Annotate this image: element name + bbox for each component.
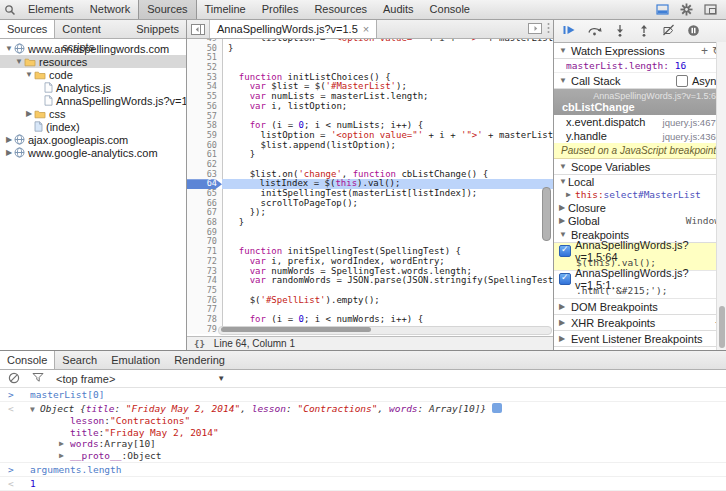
watch-expressions-header[interactable]: ▼ Watch Expressions + ↻ [554,43,726,59]
console-input-row[interactable]: >masterList[0] [0,388,726,402]
line-number-76[interactable]: 76 [187,296,223,306]
editor-horizontal-scrollbar[interactable] [218,326,552,335]
console-tab-search[interactable]: Search [55,351,104,369]
breakpoint-checkbox[interactable] [559,245,571,257]
console-tab-emulation[interactable]: Emulation [104,351,167,369]
tree-item-annaspellingwords-js-v-1-5[interactable]: AnnaSpellingWords.js?v=1.5 [0,94,186,107]
breakpoint-checkbox[interactable] [559,273,571,285]
tree-item-analytics-js[interactable]: Analytics.js [0,81,186,94]
tree-item-resources[interactable]: ▼resources [0,55,186,68]
line-number-70[interactable]: 70 [187,237,223,247]
line-number-67[interactable]: 67 [187,208,223,218]
chevron-down-icon[interactable]: ▼ [217,374,225,383]
main-tab-resources[interactable]: Resources [306,0,375,19]
object-preview[interactable]: ▼Object {title: "Friday May 2, 2014", le… [30,403,726,415]
object-property--proto-[interactable]: ▶__proto__: Object [30,450,726,462]
hide-navigator-icon[interactable] [187,20,210,38]
line-number-73[interactable]: 73 [187,267,223,277]
search-icon[interactable] [0,4,20,16]
tree-item-code[interactable]: ▼code [0,68,186,81]
scope-variables-header[interactable]: ▼ Scope Variables [554,159,726,175]
triangle-right-icon[interactable]: ▶ [24,107,34,120]
line-number-71[interactable]: 71 [187,247,223,257]
call-stack-frame-y-handle[interactable]: y.handlejquery.js:4360 [554,129,726,143]
line-number-72[interactable]: 72 [187,257,223,267]
call-stack-frame-x-event-dispatch[interactable]: x.event.dispatchjquery.js:4676 [554,115,726,129]
close-tab-icon[interactable]: × [363,23,369,35]
line-number-60[interactable]: 60 [187,141,223,151]
code-editor[interactable]: 49 listOption = '<option value="' + i + … [187,39,553,336]
line-number-50[interactable]: 50 [187,44,223,54]
editor-tab[interactable]: AnnaSpellingWords.js?v=1.5 × [210,20,377,38]
triangle-right-icon[interactable]: ▶ [4,133,14,146]
scope-group-global[interactable]: ▶GlobalWindow [554,214,726,227]
line-number-56[interactable]: 56 [187,102,223,112]
step-into-button[interactable] [614,24,626,39]
line-number-58[interactable]: 58 [187,121,223,131]
tree-item-www-annaspellingwords-com[interactable]: ▼www.annaspellingwords.com [0,42,186,55]
show-sidebar-icon[interactable] [528,23,542,36]
main-tab-network[interactable]: Network [82,0,138,19]
object-property-words[interactable]: ▶words: Array[10] [30,438,726,450]
navigator-tab-content-scripts[interactable]: Content scripts [55,20,129,38]
main-tab-audits[interactable]: Audits [375,0,422,19]
call-stack-header[interactable]: ▼ Call Stack Async [554,73,726,89]
resume-script-button[interactable] [562,24,575,38]
line-number-68[interactable]: 68 [187,218,223,228]
scope-group-closure[interactable]: ▶Closure [554,201,726,214]
line-number-62[interactable]: 62 [187,160,223,170]
line-number-54[interactable]: 54 [187,82,223,92]
console-tab-console[interactable]: Console [0,351,55,369]
pause-on-exceptions-button[interactable] [687,24,700,39]
line-number-52[interactable]: 52 [187,63,223,73]
line-number-65[interactable]: 65 [187,189,223,199]
panel-resizer-handle[interactable] [546,22,551,36]
add-watch-icon[interactable]: + [701,46,708,56]
scope-group-local[interactable]: ▼Local [554,175,726,188]
line-number-63[interactable]: 63 [187,170,223,180]
step-over-button[interactable] [587,24,602,38]
deactivate-breakpoints-button[interactable] [662,24,675,38]
line-number-75[interactable]: 75 [187,286,223,296]
console-tab-rendering[interactable]: Rendering [167,351,232,369]
triangle-down-icon[interactable]: ▼ [24,68,34,81]
editor-vertical-scrollbar[interactable] [542,187,551,241]
line-number-59[interactable]: 59 [187,131,223,141]
line-number-57[interactable]: 57 [187,112,223,122]
section-header-dom-breakpoints[interactable]: ▶DOM Breakpoints [554,299,726,315]
tree-item-www-google-analytics-com[interactable]: ▶www.google-analytics.com [0,146,186,159]
line-number-55[interactable]: 55 [187,92,223,102]
line-number-69[interactable]: 69 [187,228,223,238]
console-drawer-toggle-icon[interactable] [656,4,669,15]
console-input-row[interactable]: >arguments.length [0,463,726,477]
line-number-66[interactable]: 66 [187,199,223,209]
triangle-right-icon[interactable]: ▶ [4,146,14,159]
step-out-button[interactable] [638,24,650,39]
tree-item-css[interactable]: ▶css [0,107,186,120]
section-header-xhr-breakpoints[interactable]: ▶XHR Breakpoints+ [554,315,726,331]
main-tab-console[interactable]: Console [422,0,478,19]
call-stack-frame-cblistchange[interactable]: AnnaSpellingWords.js?v=1.5:64cbListChang… [554,89,726,115]
section-header-event-listener-breakpoints[interactable]: ▶Event Listener Breakpoints [554,331,726,347]
main-tab-timeline[interactable]: Timeline [197,0,254,19]
execution-context-selector[interactable]: <top frame> [56,373,115,385]
breakpoint-item[interactable]: AnnaSpellingWords.js?v=1.5:1….html('&#21… [554,271,726,299]
dock-window-icon[interactable] [704,4,717,15]
sidebar-scrollbar[interactable] [716,42,726,350]
clear-console-icon[interactable] [8,372,20,386]
pretty-print-icon[interactable]: {} [194,339,205,349]
main-tab-sources[interactable]: Sources [138,0,196,19]
watch-expression-item[interactable]: masterList.length: 16 [554,59,726,73]
tree-item-ajax-googleapis-com[interactable]: ▶ajax.googleapis.com [0,133,186,146]
async-checkbox[interactable] [676,75,688,87]
navigator-tab-sources[interactable]: Sources [0,20,55,38]
scope-variable-this[interactable]: ▶this: select#MasterList [554,188,726,201]
triangle-down-icon[interactable]: ▼ [4,42,14,55]
triangle-down-icon[interactable]: ▼ [14,55,24,68]
tree-item--index-[interactable]: (index) [0,120,186,133]
main-tab-elements[interactable]: Elements [20,0,82,19]
navigator-tab-snippets[interactable]: Snippets [129,20,186,38]
line-number-77[interactable]: 77 [187,305,223,315]
filter-icon[interactable] [32,372,44,385]
line-number-53[interactable]: 53 [187,73,223,83]
